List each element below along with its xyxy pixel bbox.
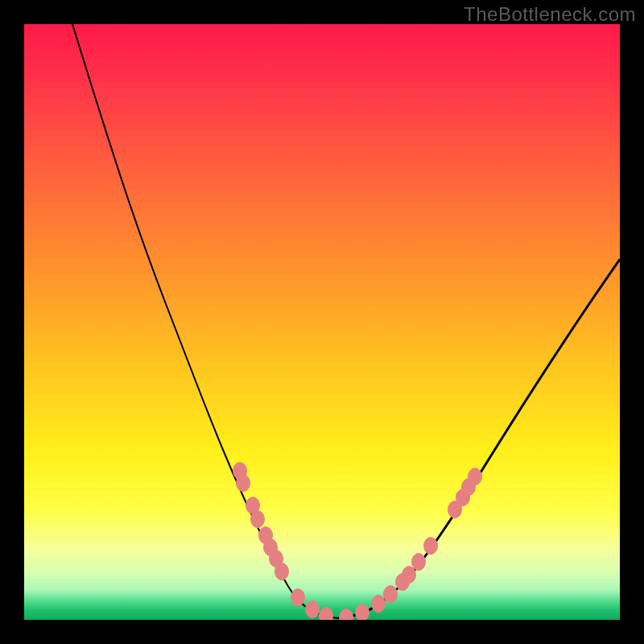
bead-marker bbox=[424, 538, 438, 555]
bead-marker bbox=[306, 601, 320, 618]
bead-marker bbox=[320, 608, 333, 621]
bead-marker bbox=[372, 596, 386, 613]
beads-right-group bbox=[340, 469, 482, 621]
bead-marker bbox=[469, 469, 482, 485]
beads-left-group bbox=[233, 463, 333, 621]
bead-marker bbox=[384, 586, 398, 603]
bead-marker bbox=[356, 605, 369, 621]
bead-marker bbox=[340, 609, 353, 621]
bead-marker bbox=[251, 511, 265, 528]
curve-layer bbox=[24, 24, 620, 620]
bead-marker bbox=[402, 567, 416, 584]
bead-marker bbox=[412, 554, 426, 571]
outer-frame: TheBottleneck.com bbox=[0, 0, 644, 644]
right-curve bbox=[338, 259, 620, 618]
left-curve bbox=[72, 24, 338, 618]
bead-marker bbox=[275, 564, 289, 580]
watermark-text: TheBottleneck.com bbox=[464, 3, 636, 26]
plot-area bbox=[24, 24, 620, 620]
bead-marker bbox=[237, 475, 250, 492]
bead-marker bbox=[291, 589, 305, 606]
